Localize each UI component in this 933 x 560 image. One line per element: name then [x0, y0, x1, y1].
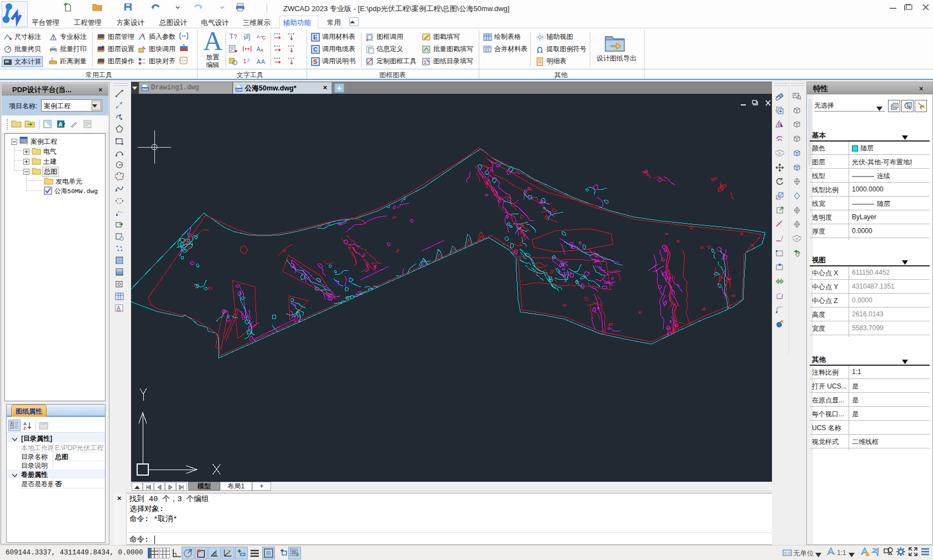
svg-text:2: 2: [247, 58, 250, 63]
svg-text:C: C: [313, 46, 318, 53]
svg-text:A: A: [260, 48, 264, 53]
svg-text:A: A: [257, 58, 261, 65]
svg-text:词: 词: [243, 33, 250, 41]
svg-text:A: A: [117, 305, 121, 311]
svg-text:A: A: [257, 46, 260, 52]
svg-text:A: A: [261, 58, 265, 65]
svg-text:1: 1: [243, 58, 247, 64]
svg-text:C: C: [262, 35, 265, 41]
svg-text:S: S: [313, 58, 317, 65]
svg-text:?: ?: [234, 33, 237, 40]
svg-text:A: A: [257, 34, 260, 39]
svg-text:Z: Z: [23, 426, 26, 430]
svg-text:E: E: [313, 34, 317, 41]
svg-text:?: ?: [778, 152, 781, 157]
svg-text:A: A: [58, 121, 63, 128]
svg-text:0.0: 0.0: [784, 551, 791, 556]
svg-text:DWG: DWG: [142, 88, 148, 92]
svg-text:1: 1: [424, 59, 427, 65]
svg-text:DWG: DWG: [236, 88, 243, 92]
svg-text:?: ?: [795, 237, 798, 242]
svg-text:T: T: [229, 33, 234, 41]
svg-text:Σ: Σ: [51, 57, 54, 61]
svg-text:5: 5: [142, 34, 144, 38]
